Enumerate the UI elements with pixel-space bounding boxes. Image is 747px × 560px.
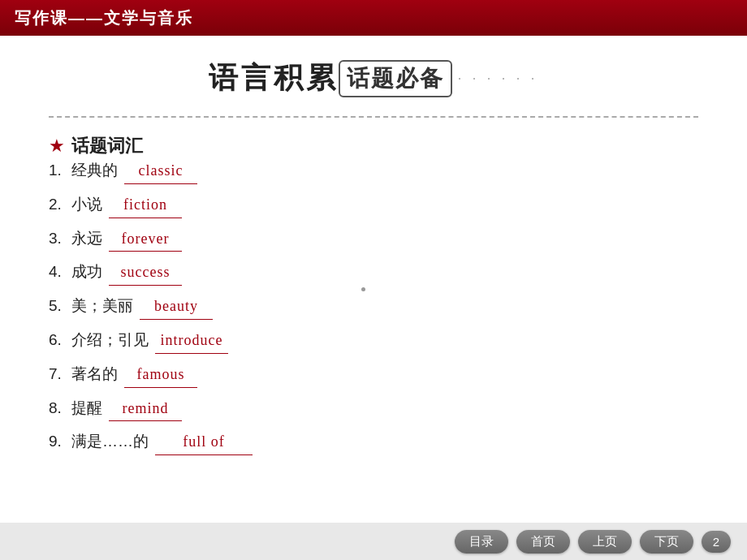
vocab-chinese: 提醒 xyxy=(71,396,102,420)
vocab-chinese: 经典的 xyxy=(71,158,118,183)
vocab-english: beauty xyxy=(140,295,213,320)
vocab-english: full of xyxy=(155,430,253,455)
section-heading-wrapper: ★ 话题词汇 xyxy=(49,134,698,158)
vocab-list: 1. 经典的 classic 2. 小说 fiction 3. 永远 forev… xyxy=(49,158,698,455)
list-item: 2. 小说 fiction xyxy=(49,192,698,218)
vocab-english: success xyxy=(109,261,182,286)
vocab-num: 7. xyxy=(49,362,71,386)
star-icon: ★ xyxy=(49,136,65,156)
title-main: 语言积累 xyxy=(209,58,339,98)
home-button[interactable]: 首页 xyxy=(516,530,570,554)
vocab-english: forever xyxy=(109,227,182,252)
list-item: 9. 满是……的 full of xyxy=(49,429,698,455)
list-item: 3. 永远 forever xyxy=(49,226,698,252)
list-item: 4. 成功 success xyxy=(49,260,698,286)
header-title: 写作课——文学与音乐 xyxy=(15,7,193,29)
list-item: 1. 经典的 classic xyxy=(49,158,698,184)
vocab-num: 9. xyxy=(49,429,71,454)
vocab-chinese: 小说 xyxy=(71,192,102,217)
list-item: 5. 美；美丽 beauty xyxy=(49,294,698,320)
vocab-chinese: 著名的 xyxy=(71,362,118,386)
vocab-chinese: 满是……的 xyxy=(71,429,149,454)
vocab-num: 6. xyxy=(49,328,71,352)
bottom-bar: 目录 首页 上页 下页 2 xyxy=(0,523,747,560)
catalog-button[interactable]: 目录 xyxy=(455,530,508,554)
prev-button[interactable]: 上页 xyxy=(578,530,632,554)
header-bar: 写作课——文学与音乐 xyxy=(0,0,747,36)
title-section: 语言积累 话题必备 · · · · · · xyxy=(49,36,698,113)
vocab-chinese: 美；美丽 xyxy=(71,294,133,318)
vocab-num: 4. xyxy=(49,260,71,284)
vocab-english: fiction xyxy=(109,193,182,218)
vocab-english: remind xyxy=(109,397,182,422)
section-heading: 话题词汇 xyxy=(71,136,143,156)
vocab-num: 1. xyxy=(49,158,71,183)
title-dots: · · · · · · xyxy=(457,70,538,87)
vocab-chinese: 成功 xyxy=(71,260,102,284)
main-content: 语言积累 话题必备 · · · · · · ★ 话题词汇 1. 经典的 clas… xyxy=(0,36,747,523)
vocab-english: classic xyxy=(124,159,197,184)
list-item: 8. 提醒 remind xyxy=(49,396,698,422)
vocab-chinese: 介绍；引见 xyxy=(71,328,149,352)
vocab-num: 2. xyxy=(49,192,71,217)
list-item: 6. 介绍；引见 introduce xyxy=(49,328,698,354)
vocab-english: introduce xyxy=(155,329,228,354)
dot-marker xyxy=(361,287,365,291)
vocab-chinese: 永远 xyxy=(71,226,102,251)
vocab-num: 3. xyxy=(49,226,71,251)
vocab-num: 5. xyxy=(49,294,71,318)
next-button[interactable]: 下页 xyxy=(640,530,693,554)
list-item: 7. 著名的 famous xyxy=(49,362,698,388)
page-number: 2 xyxy=(702,531,731,553)
vocab-num: 8. xyxy=(49,396,71,420)
title-sub: 话题必备 xyxy=(339,60,452,97)
title-underline xyxy=(49,116,698,118)
vocab-english: famous xyxy=(124,363,197,388)
